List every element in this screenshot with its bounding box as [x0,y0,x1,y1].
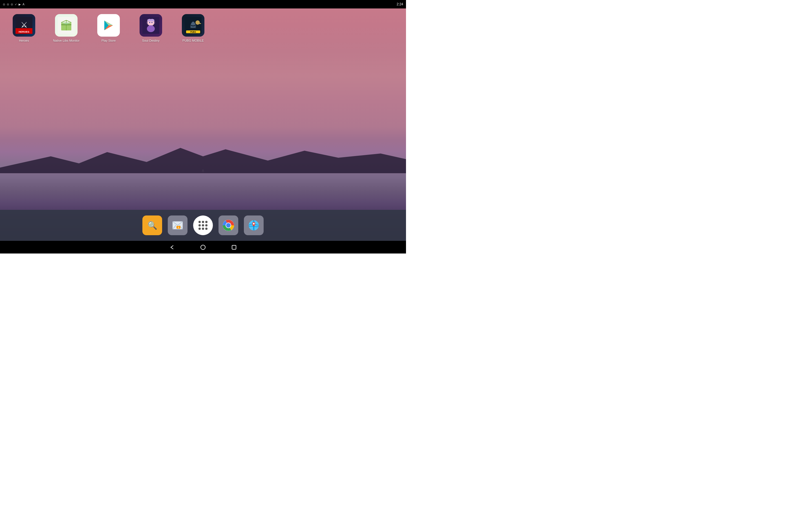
nav-home-button[interactable] [199,243,207,251]
svg-rect-16 [199,23,201,24]
home-screen-content: ⚔ HEROES Heroes [0,8,406,210]
app-pubg[interactable]: PUBG PUBG MOBILE [181,14,206,42]
chevron-up[interactable]: ∧ [201,168,205,173]
app-label-native-libs: Native Libs Monitor [53,39,80,42]
dock-app-drawer-button[interactable] [193,216,213,235]
app-heroes[interactable]: ⚔ HEROES Heroes [11,14,37,42]
back-icon [169,244,175,250]
search-icon: 🔍 [147,221,157,230]
recent-icon [232,245,237,250]
app-native-libs[interactable]: Native Libs Monitor [54,14,79,42]
play-icon: ▶ [18,3,21,6]
a-icon: A [22,3,24,6]
app-icon-play-store[interactable] [97,14,120,37]
svg-point-24 [253,223,255,224]
android-home-screen: ⊙ ⊙ ⊙ ✓ ▶ A 2:24 ⚔ [0,0,406,253]
navigation-bar [0,241,406,253]
app-play-store[interactable]: Play Store [96,14,121,42]
svg-point-11 [151,22,153,23]
app-label-soul-destiny: Soul Destiny [142,39,160,42]
home-icon [200,244,206,250]
nav-recent-button[interactable] [230,243,238,251]
dock-chrome-button[interactable] [218,216,238,235]
apps-grid: ⚔ HEROES Heroes [0,8,406,48]
status-bar: ⊙ ⊙ ⊙ ✓ ▶ A 2:24 [0,0,406,8]
app-icon-pubg[interactable]: PUBG [182,14,204,37]
app-icon-native-libs[interactable] [55,14,78,37]
svg-point-9 [147,25,155,32]
dock: 🔍 $ [0,210,406,241]
chevron-up-icon: ∧ [201,168,205,173]
app-icon-heroes[interactable]: ⚔ HEROES [13,14,35,37]
app-label-heroes: Heroes [19,39,29,42]
facemoji-icon: $ [171,219,184,231]
app-soul-destiny[interactable]: Soul Destiny [138,14,163,42]
svg-point-22 [226,223,231,228]
android-icon-1: ⊙ [3,3,5,6]
status-icons-left: ⊙ ⊙ ⊙ ✓ ▶ A [3,3,24,6]
app-label-pubg: PUBG MOBILE [183,39,204,42]
svg-rect-26 [232,245,236,249]
clock-display: 2:24 [397,2,403,6]
dock-maps-button[interactable] [244,216,264,235]
maps-icon [248,219,260,231]
android-icon-3: ⊙ [11,3,13,6]
chrome-icon [222,219,235,231]
svg-text:$: $ [178,226,179,229]
app-drawer-icon [199,221,207,230]
app-label-play-store: Play Store [101,39,116,42]
check-icon: ✓ [15,3,17,6]
svg-text:⚔: ⚔ [20,20,28,29]
svg-text:PUBG: PUBG [190,31,196,33]
svg-text:HEROES: HEROES [18,31,29,33]
app-icon-soul-destiny[interactable] [140,14,162,37]
svg-point-10 [149,22,150,23]
android-icon-2: ⊙ [7,3,9,6]
nav-back-button[interactable] [168,243,176,251]
svg-point-25 [201,245,205,249]
dock-facemoji-button[interactable]: $ [168,216,188,235]
dock-search-button[interactable]: 🔍 [142,216,162,235]
